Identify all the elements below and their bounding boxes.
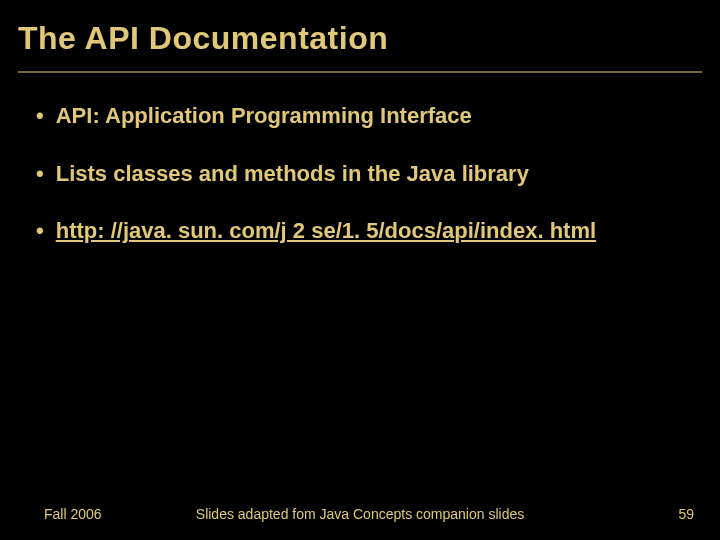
bullet-icon: •	[36, 216, 44, 246]
list-item: • Lists classes and methods in the Java …	[36, 159, 702, 189]
slide-footer: Fall 2006 Slides adapted fom Java Concep…	[0, 506, 720, 522]
list-item: • API: Application Programming Interface	[36, 101, 702, 131]
bullet-text: Lists classes and methods in the Java li…	[56, 159, 702, 189]
list-item: • http: //java. sun. com/j 2 se/1. 5/doc…	[36, 216, 702, 246]
footer-left: Fall 2006	[44, 506, 102, 522]
bullet-text: API: Application Programming Interface	[56, 101, 702, 131]
bullet-icon: •	[36, 101, 44, 131]
bullet-link[interactable]: http: //java. sun. com/j 2 se/1. 5/docs/…	[56, 216, 702, 246]
bullet-icon: •	[36, 159, 44, 189]
footer-center: Slides adapted fom Java Concepts compani…	[196, 506, 524, 522]
slide-body: • API: Application Programming Interface…	[0, 73, 720, 246]
slide-number: 59	[678, 506, 694, 522]
page-title: The API Documentation	[18, 20, 702, 57]
